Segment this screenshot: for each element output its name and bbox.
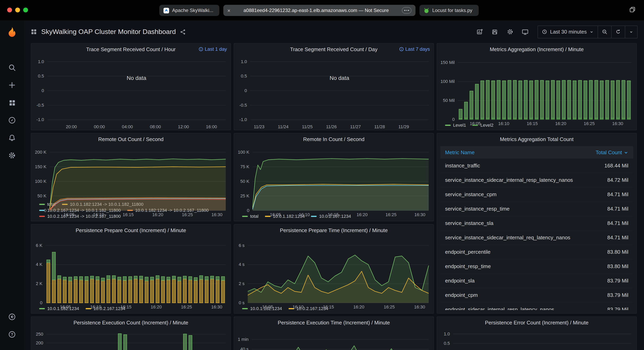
time-override-badge[interactable]: Last 7 days xyxy=(399,43,430,55)
table-row[interactable]: endpoint_cpm83.79 Mil xyxy=(440,288,633,303)
svg-text:0.5: 0.5 xyxy=(241,73,247,78)
metric-name-cell: service_instance_sidecar_internal_resp_l… xyxy=(445,177,573,183)
panel-title[interactable]: Remote In Count / Second xyxy=(303,136,364,142)
refresh-interval-dropdown[interactable] xyxy=(625,26,637,38)
apps-grid-icon[interactable] xyxy=(30,28,37,35)
sidebar-item-alerting[interactable] xyxy=(0,129,24,147)
svg-text:200 K: 200 K xyxy=(35,150,47,155)
sidebar-item-sign-in[interactable] xyxy=(0,308,24,326)
metric-name-cell: instance_traffic xyxy=(445,163,480,169)
table-row[interactable]: service_instance_sidecar_internal_resp_l… xyxy=(440,173,633,187)
tab-apache-skywalking[interactable]: Apache SkyWalki... xyxy=(159,5,219,16)
panel-header: Remote In Count / Second xyxy=(234,134,434,145)
sign-in-icon xyxy=(8,313,16,321)
total-count-cell: 83.79 Mil xyxy=(602,292,628,298)
info-circle-icon xyxy=(198,47,203,51)
panel-header: Remote Out Count / Second xyxy=(31,134,230,145)
table-row[interactable]: endpoint_sla83.79 Mil xyxy=(440,274,633,288)
grafana-logo[interactable] xyxy=(0,20,24,44)
table-row[interactable]: service_instance_resp_time84.71 Mil xyxy=(440,202,633,216)
table-row[interactable]: service_instance_sidecar_internal_req_la… xyxy=(440,230,633,245)
tab-close-icon[interactable]: × xyxy=(227,8,230,13)
sidebar-item-search[interactable] xyxy=(0,59,24,76)
table-row[interactable]: endpoint_percentile83.80 Mil xyxy=(440,245,633,259)
svg-text:0: 0 xyxy=(247,208,249,213)
locust-favicon xyxy=(424,7,430,13)
sidebar-item-dashboards[interactable] xyxy=(0,94,24,112)
share-icon[interactable] xyxy=(180,28,186,35)
svg-text:1 min: 1 min xyxy=(238,337,248,342)
search-icon xyxy=(8,63,16,71)
table-row[interactable]: service_instance_cpm84.71 Mil xyxy=(440,187,633,202)
panel-title[interactable]: Metrics Aggregation Total Count xyxy=(500,136,574,142)
close-button[interactable] xyxy=(7,7,12,12)
svg-text:0: 0 xyxy=(40,300,42,305)
column-header-total-count[interactable]: Total Count xyxy=(596,150,628,156)
panel-title[interactable]: Persistence Execution Time (Increment) /… xyxy=(278,320,390,326)
sidebar-item-create[interactable] xyxy=(0,76,24,94)
chart-metrics-aggregation[interactable]: 050 Mil100 Mil150 Mil16:0516:1016:1516:2… xyxy=(437,55,636,122)
table-row[interactable]: instance_traffic168.44 Mil xyxy=(440,159,633,173)
svg-text:75 K: 75 K xyxy=(240,164,250,169)
dashboard-title[interactable]: SkyWalking OAP Cluster Monitor Dashboard xyxy=(41,28,176,36)
zoom-out-button[interactable] xyxy=(598,26,611,38)
refresh-button[interactable] xyxy=(611,26,625,38)
svg-text:16:25: 16:25 xyxy=(384,305,395,310)
panel-title[interactable]: Trace Segment Received Count / Hour xyxy=(86,46,176,52)
svg-text:0: 0 xyxy=(244,88,247,93)
panel-title[interactable]: Trace Segment Received Count / Day xyxy=(290,46,378,52)
chart-remote-in[interactable]: 025 K50 K75 K100 K16:0516:1016:1516:2016… xyxy=(234,145,434,213)
svg-text:-0.5: -0.5 xyxy=(239,103,247,108)
chevron-down-icon xyxy=(589,29,594,34)
svg-text:16:20: 16:20 xyxy=(555,121,566,126)
panel-title[interactable]: Persistence Execution Count (Increment) … xyxy=(74,320,188,326)
chart-trace-day[interactable]: 1.00.50-0.5-1.011/2311/2411/2511/2611/27… xyxy=(234,55,434,130)
table-row[interactable]: endpoint_resp_time83.80 Mil xyxy=(440,259,633,274)
svg-text:100 K: 100 K xyxy=(35,179,47,184)
panel-title[interactable]: Persistence Error Count (Increment) / Mi… xyxy=(485,320,588,326)
column-header-metric-name[interactable]: Metric Name xyxy=(445,150,474,156)
chart-persistence-execution-time[interactable]: 1 min40 s20 s0 s16:0516:1016:1516:2016:2… xyxy=(234,328,434,350)
tab-overview-button[interactable] xyxy=(629,6,636,14)
tab-active-grafana[interactable]: × a0881eed4-22961232.ap-east-1.elb.amazo… xyxy=(223,5,416,16)
sidebar-item-configuration[interactable] xyxy=(0,147,24,164)
svg-text:50 K: 50 K xyxy=(240,179,250,184)
panel-title[interactable]: Persistence Prepare Time (Increment) / M… xyxy=(280,227,388,233)
svg-text:50 K: 50 K xyxy=(38,193,47,198)
table-row[interactable]: service_instance_sla84.71 Mil xyxy=(440,216,633,230)
time-range-button[interactable]: Last 30 minutes xyxy=(538,26,598,38)
panel-title[interactable]: Persistence Prepare Count (Increment) / … xyxy=(76,227,186,233)
info-circle-icon xyxy=(399,47,404,51)
table-row[interactable]: endpoint_sidecar_internal_resp_latency_n… xyxy=(440,303,633,310)
zoom-button[interactable] xyxy=(23,7,28,12)
svg-text:1.0: 1.0 xyxy=(444,332,450,337)
panel-title[interactable]: Metrics Aggregation (Increment) / Minute xyxy=(490,46,584,52)
panel-header: Metrics Aggregation Total Count xyxy=(437,134,636,145)
svg-text:11/27: 11/27 xyxy=(350,124,361,129)
tv-mode-button[interactable] xyxy=(520,26,530,37)
svg-text:16:10: 16:10 xyxy=(498,121,509,126)
time-override-badge[interactable]: Last 1 day xyxy=(198,43,227,55)
dashboard-settings-button[interactable] xyxy=(505,26,515,37)
chart-persistence-prepare-time[interactable]: 0 s2 s4 s6 s16:0516:1016:1516:2016:2516:… xyxy=(234,236,434,305)
svg-text:0.5: 0.5 xyxy=(38,73,44,78)
svg-text:6 s: 6 s xyxy=(239,243,244,248)
chart-persistence-prepare-count[interactable]: 02 K4 K6 K16:0516:1016:1516:2016:2516:30 xyxy=(31,236,230,305)
sidebar-item-help[interactable]: ? xyxy=(0,326,24,343)
refresh-icon xyxy=(615,29,621,35)
chart-remote-out[interactable]: 050 K100 K150 K200 K16:0516:1016:1516:20… xyxy=(31,145,230,201)
add-panel-button[interactable] xyxy=(474,26,485,37)
save-dashboard-button[interactable] xyxy=(490,26,500,37)
tab-options-icon[interactable] xyxy=(402,7,412,13)
minimize-button[interactable] xyxy=(15,7,20,12)
svg-text:4 s: 4 s xyxy=(239,262,244,267)
sidebar-item-explore[interactable] xyxy=(0,112,24,129)
chart-persistence-execution-count[interactable]: 25020015010050016:0516:1016:1516:2016:25… xyxy=(31,328,230,350)
svg-text:6 K: 6 K xyxy=(36,243,42,248)
chart-trace-hour[interactable]: 1.00.50-0.5-1.020:0000:0004:0008:0012:00… xyxy=(31,55,230,130)
chart-persistence-error-count[interactable]: 1.00.50-0.5-1.0 xyxy=(437,328,636,350)
panel-title[interactable]: Remote Out Count / Second xyxy=(98,136,164,142)
svg-text:0: 0 xyxy=(44,208,46,213)
tab-locust[interactable]: Locust for tasks.py xyxy=(420,5,479,16)
tab-title: Apache SkyWalki... xyxy=(172,7,213,13)
